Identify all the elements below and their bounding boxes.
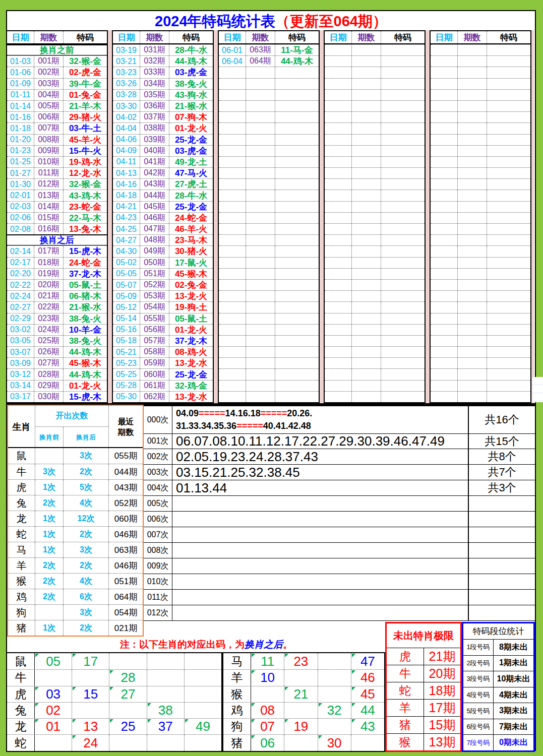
special-code-cell — [487, 313, 530, 324]
segment-value: 7期未出 — [494, 719, 533, 735]
frequency-row: 006次 — [144, 512, 535, 527]
date-column-header: 日期 — [113, 31, 140, 43]
zodiac-stats-body: 鼠3次055期牛3次2次044期虎1次5次043期兔2次4次052期龙1次12次… — [8, 448, 143, 636]
period-cell — [458, 291, 487, 301]
segment-label: 4段号码 — [463, 687, 494, 703]
frequency-label: 002次 — [144, 449, 172, 464]
special-code-cell — [487, 168, 530, 178]
special-code-cell — [381, 146, 425, 156]
special-code-cell: 01-龙-火 — [64, 381, 107, 391]
period-cell — [458, 79, 487, 89]
record-row — [325, 301, 425, 312]
period-cell — [352, 302, 381, 312]
date-cell — [325, 224, 352, 234]
number-value: 32 — [327, 703, 342, 718]
special-code-cell: 45-猴-木 — [64, 358, 107, 368]
special-code-cell — [381, 336, 425, 346]
segment-row: 2段号码1期未出 — [463, 655, 533, 671]
number-cell — [35, 735, 72, 750]
numbers-cell — [172, 512, 468, 527]
period-cell: 024期 — [34, 325, 64, 335]
period-cell — [352, 179, 381, 190]
zodiac-stats-row: 虎1次5次043期 — [8, 479, 143, 495]
period-cell — [352, 325, 381, 335]
after-count-cell: 6次 — [64, 589, 109, 604]
date-cell — [325, 291, 352, 301]
date-cell — [325, 56, 352, 67]
date-cell: 04-11 — [113, 157, 140, 167]
record-row — [431, 268, 530, 279]
record-row: 04-16043期27-虎-土 — [113, 178, 213, 190]
frequency-row: 005次 — [144, 496, 535, 512]
number-cell: 23 — [284, 653, 318, 669]
period-cell — [352, 291, 381, 301]
period-cell — [458, 235, 487, 245]
number-cell: 13 — [72, 719, 109, 734]
record-row — [325, 212, 425, 223]
special-code-cell — [275, 302, 319, 312]
special-code-cell: 02-兔-金 — [169, 280, 213, 290]
period-cell: 049期 — [140, 246, 169, 257]
period-cell — [246, 313, 275, 324]
missing-zodiac-name: 羊 — [387, 700, 424, 716]
zodiac-stats-header: 生肖 开出次数 换肖前 换肖后 最近 期数 — [8, 406, 143, 448]
record-row: 05-18057期37-龙-木 — [113, 335, 213, 346]
special-code-cell — [487, 179, 530, 190]
code-column-header: 特码 — [169, 31, 213, 43]
count-cell — [468, 574, 535, 589]
corner-marker-icon — [35, 719, 39, 723]
period-cell — [246, 280, 275, 290]
date-cell — [431, 146, 458, 156]
date-cell — [431, 235, 458, 245]
period-cell: 029期 — [34, 381, 64, 391]
frequency-row: 004次01.13.44共3个 — [144, 480, 535, 496]
special-code-cell — [275, 202, 319, 212]
record-row — [325, 134, 425, 145]
footnote: 注：以下生肖的对应出码，为换肖之后。 — [7, 638, 405, 652]
period-cell: 044期 — [140, 190, 169, 201]
date-cell — [431, 168, 458, 178]
before-count-cell: 2次 — [35, 574, 64, 589]
record-row — [219, 335, 319, 346]
special-code-cell — [275, 313, 319, 324]
special-code-cell — [275, 79, 319, 89]
period-column-header: 期数 — [34, 31, 64, 43]
record-row: 01-16006期29-猪-火 — [7, 111, 107, 122]
date-cell — [325, 313, 352, 324]
corner-marker-icon — [148, 703, 151, 707]
record-row — [325, 268, 425, 279]
period-cell — [352, 135, 381, 145]
period-cell — [246, 358, 275, 368]
date-cell — [325, 302, 352, 312]
frequency-label: 012次 — [144, 605, 172, 620]
period-cell — [352, 369, 381, 380]
date-cell: 02-14 — [7, 246, 34, 257]
record-row — [431, 257, 530, 268]
special-code-cell — [381, 190, 425, 201]
record-row — [325, 167, 425, 178]
period-cell — [458, 381, 487, 391]
special-code-cell — [381, 213, 425, 223]
number-value: 01 — [46, 719, 61, 734]
missing-zodiac-row: 猪15期 — [387, 716, 460, 733]
special-code-cell: 13-兔-木 — [64, 224, 107, 234]
count-cell — [468, 558, 535, 574]
record-row: 01-11004期01-兔-金 — [7, 89, 107, 100]
record-row — [219, 111, 319, 122]
segment-value: 1期未出 — [494, 656, 533, 671]
segment-row: 4段号码4期未出 — [463, 687, 533, 703]
period-cell — [246, 202, 275, 212]
special-code-cell: 01-龙-火 — [169, 325, 213, 335]
special-code-cell — [275, 168, 319, 178]
numbers-segment: 40.41.42.48 — [263, 421, 311, 431]
period-cell: 055期 — [140, 313, 169, 324]
record-row — [219, 67, 319, 78]
record-row: 02-01013期43-鸡-木 — [7, 190, 107, 201]
date-cell — [325, 112, 352, 122]
special-code-cell: 44-鸡-木 — [275, 56, 319, 67]
date-cell — [325, 168, 352, 178]
corner-marker-icon — [352, 687, 355, 690]
period-cell — [458, 179, 487, 190]
segment-row: 7段号码0期未出 — [463, 734, 533, 750]
record-row — [325, 89, 425, 100]
